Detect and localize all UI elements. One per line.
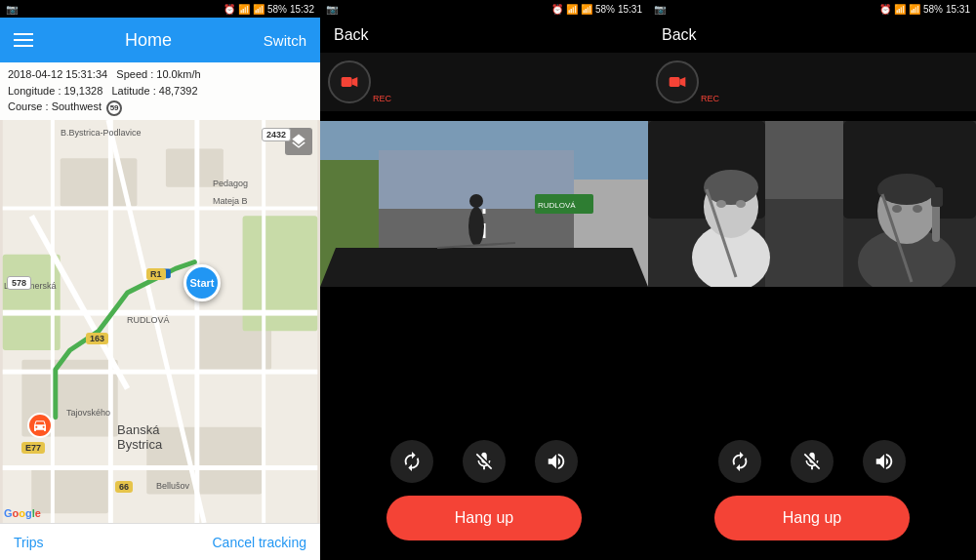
info-line-1: 2018-04-12 15:31:34 Speed : 10.0km/h: [8, 66, 312, 83]
front-black-bottom: [320, 287, 648, 427]
front-hang-up-button[interactable]: Hang up: [386, 496, 583, 540]
interior-video-feed: [648, 121, 976, 287]
place-label-pedagog: Pedagog: [213, 179, 248, 188]
signal-icon: 📶: [253, 4, 264, 15]
interior-signal-icon: 📶: [909, 4, 920, 15]
road-badge-66: 66: [115, 481, 133, 493]
lon-label: Longitude :: [8, 85, 61, 97]
front-battery: 58%: [595, 4, 615, 15]
front-rotate-button[interactable]: [390, 440, 433, 483]
interior-volume-icon: [874, 451, 895, 472]
speed-label: Speed :: [116, 68, 153, 80]
google-logo: Google: [4, 507, 41, 519]
lon-value: 19,1328: [64, 85, 103, 97]
front-camera-panel: 📷 ⏰ 📶 📶 58% 15:31 Back REC: [320, 0, 648, 560]
svg-point-57: [913, 205, 922, 213]
svg-rect-14: [108, 120, 113, 523]
front-top-bar: Back: [320, 18, 648, 53]
switch-button[interactable]: Switch: [264, 32, 306, 49]
city-label: BanskáBystrica: [117, 422, 162, 452]
interior-rotate-button[interactable]: [718, 440, 761, 483]
map-status-left: 📷: [6, 4, 18, 15]
interior-status-bar: 📷 ⏰ 📶 📶 58% 15:31: [648, 0, 976, 18]
speed-badge: 59: [106, 100, 122, 116]
svg-point-53: [877, 174, 936, 205]
start-label: Start: [189, 277, 214, 289]
interior-cam-icon: 📷: [654, 4, 666, 15]
svg-rect-7: [31, 465, 108, 513]
svg-rect-13: [3, 207, 318, 211]
svg-rect-16: [51, 120, 55, 523]
interior-rec-button[interactable]: [656, 60, 699, 103]
rotate-icon: [401, 451, 423, 472]
front-rec-label: REC: [373, 94, 391, 103]
datetime: 2018-04-12 15:31:34: [8, 68, 107, 80]
alarm-icon: ⏰: [224, 4, 235, 15]
svg-rect-42: [765, 121, 843, 199]
svg-marker-32: [320, 248, 648, 287]
front-dashcam-scene: RUDLOVÁ: [320, 121, 648, 287]
trips-button[interactable]: Trips: [14, 535, 44, 550]
lat-label: Latitude :: [111, 85, 155, 97]
lat-value: 48,7392: [159, 85, 198, 97]
place-label-rudlova: RUDLOVÁ: [127, 315, 170, 325]
svg-marker-23: [352, 77, 358, 87]
svg-rect-22: [342, 77, 352, 87]
front-status-bar: 📷 ⏰ 📶 📶 58% 15:31: [320, 0, 648, 18]
front-rec-button[interactable]: [328, 60, 371, 103]
interior-rec-label: REC: [701, 94, 719, 103]
svg-point-31: [469, 194, 483, 208]
front-status-icons: ⏰ 📶 📶 58% 15:31: [551, 4, 642, 15]
map-area[interactable]: R1 B.Bystrica-Podlavice RUDLOVÁ Pedagog …: [0, 120, 320, 523]
front-volume-button[interactable]: [535, 440, 578, 483]
svg-text:RUDLOVÁ: RUDLOVÁ: [538, 201, 576, 210]
speed-value: 10.0km/h: [156, 68, 200, 80]
svg-rect-15: [194, 120, 199, 523]
front-alarm-icon: ⏰: [551, 4, 563, 15]
place-label-tajo: Tajovského: [66, 408, 110, 418]
interior-black-bottom: [648, 287, 976, 427]
interior-cam-scene: [648, 121, 976, 287]
road-badge-578: 578: [7, 276, 31, 290]
svg-point-56: [892, 205, 902, 213]
interior-mic-off-icon: [801, 451, 823, 472]
interior-video-icon: [668, 72, 687, 92]
interior-rotate-icon: [729, 451, 751, 472]
place-label-bellus: Bellušov: [156, 481, 189, 491]
front-back-button[interactable]: Back: [334, 26, 369, 44]
front-black-top: [320, 111, 648, 121]
interior-black-top: [648, 111, 976, 121]
front-mic-button[interactable]: [463, 440, 506, 483]
mic-off-icon: [473, 451, 495, 472]
svg-point-46: [704, 170, 758, 205]
front-wifi-icon: 📶: [566, 4, 578, 15]
road-badge-2432: 2432: [262, 128, 291, 141]
svg-rect-55: [931, 187, 943, 207]
svg-rect-11: [3, 370, 318, 375]
course-label: Course :: [8, 100, 49, 112]
map-app-bar: Home Switch: [0, 18, 320, 62]
battery-text: 58%: [267, 4, 287, 15]
interior-back-button[interactable]: Back: [662, 26, 697, 44]
interior-controls: [648, 427, 976, 496]
front-signal-icon: 📶: [581, 4, 592, 15]
road-badge-163: 163: [86, 333, 108, 344]
interior-top-bar: Back: [648, 18, 976, 53]
svg-rect-17: [262, 120, 265, 523]
interior-wifi-icon: 📶: [894, 4, 906, 15]
front-video-feed: RUDLOVÁ: [320, 121, 648, 287]
interior-hang-up-area: Hang up: [648, 496, 976, 560]
hamburger-menu[interactable]: [14, 33, 33, 47]
car-icon: [32, 418, 48, 433]
time-display: 15:32: [290, 4, 314, 15]
interior-hang-up-button[interactable]: Hang up: [714, 496, 911, 540]
svg-rect-12: [3, 465, 318, 470]
cancel-tracking-button[interactable]: Cancel tracking: [213, 535, 307, 550]
interior-mic-button[interactable]: [791, 440, 834, 483]
wifi-icon: 📶: [238, 4, 250, 15]
interior-volume-button[interactable]: [863, 440, 906, 483]
front-controls: [320, 427, 648, 496]
front-rec-area: REC: [320, 53, 648, 111]
place-label-mateja: Mateja B: [213, 196, 248, 206]
interior-alarm-icon: ⏰: [879, 4, 891, 15]
